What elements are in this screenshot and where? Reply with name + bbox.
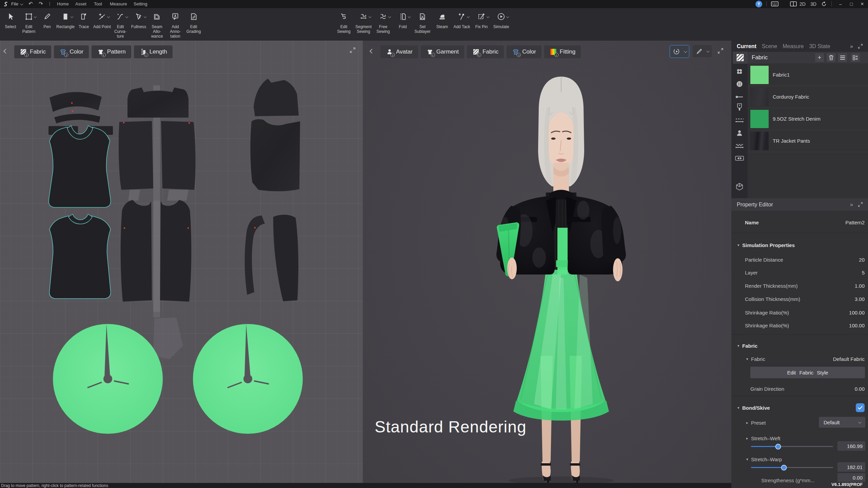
more-menu-button[interactable]: ⋮	[47, 1, 52, 6]
fabric-preset-value[interactable]: Default Fabric	[833, 356, 865, 362]
edit-fabric-style-button[interactable]: Edit Fabric Style	[750, 367, 865, 378]
tab-2d-length[interactable]: Length	[134, 45, 173, 58]
pin-icon[interactable]	[735, 94, 744, 100]
pattern-pieces-canvas[interactable]	[0, 41, 363, 483]
fabric-list-item[interactable]: Fabric1	[748, 64, 868, 86]
view-rotate-mode-button[interactable]	[670, 45, 689, 58]
trim-clover-icon[interactable]	[736, 68, 743, 77]
tab-scene[interactable]: Scene	[762, 43, 777, 49]
expand-panel-icon[interactable]	[857, 43, 863, 50]
expand-editor-icon[interactable]	[857, 202, 863, 209]
fabric-list-item[interactable]: Corduroy Fabric	[748, 86, 868, 108]
tab-2d-pattern[interactable]: Pattern	[92, 45, 131, 58]
pattern-piece-jacket-front-left[interactable]	[121, 200, 152, 302]
tab-3d-fabric[interactable]: Fabric	[467, 45, 504, 58]
view-2d-button[interactable]: 2D	[800, 1, 806, 7]
keyboard-shortcuts-icon[interactable]	[771, 1, 778, 7]
collapse-editor-icon[interactable]: »	[850, 202, 853, 208]
detail-view-button[interactable]	[851, 53, 860, 62]
tab-measure[interactable]: Measure	[783, 43, 804, 49]
bond-skive-section-toggle[interactable]: ▾ Bond/Skive	[731, 403, 868, 413]
shrinkage-warp-value[interactable]: 100.00	[849, 323, 865, 328]
pattern-piece-circle-skirt-2[interactable]	[193, 324, 303, 434]
expand-3d-panel-icon[interactable]	[717, 47, 724, 56]
tool-fold[interactable]: Fold	[393, 10, 413, 34]
menu-tool[interactable]: Tool	[89, 1, 107, 6]
tool-pen[interactable]: Pen	[38, 10, 56, 39]
stretch-warp-slider-knob[interactable]	[781, 465, 787, 470]
tool-steam[interactable]: Steam	[432, 10, 452, 34]
pattern-2d-viewport[interactable]: Fabric Color Pattern	[0, 41, 363, 483]
name-value[interactable]: Pattern2	[845, 220, 865, 225]
tool-set-sublayer[interactable]: Set Sublayer	[413, 10, 432, 34]
redo-button[interactable]: ↷	[39, 1, 43, 7]
tab-2d-color[interactable]: Color	[54, 45, 89, 58]
tool-trace[interactable]: Trace	[75, 10, 93, 39]
expand-2d-panel-icon[interactable]	[349, 47, 356, 55]
fabric-sub-row[interactable]: ▾ Fabric Default Fabric	[731, 354, 868, 364]
stretch-weft-slider[interactable]	[751, 446, 833, 447]
grain-direction-value[interactable]: 0.00	[855, 386, 865, 392]
stretch-weft-value[interactable]: 160.99	[837, 441, 865, 451]
pattern-piece-jacket-back-left[interactable]	[119, 121, 153, 190]
cube-3d-icon[interactable]	[735, 183, 744, 192]
menu-asset[interactable]: Asset	[71, 1, 91, 6]
tool-edit-sewing[interactable]: Edit Sewing	[334, 10, 354, 34]
tab-3d-garment[interactable]: Garment	[421, 45, 464, 58]
tab-3d-color[interactable]: Color	[507, 45, 541, 58]
tool-free-sewing[interactable]: Free Sewing	[373, 10, 393, 34]
stretch-warp-slider[interactable]	[751, 467, 833, 468]
tool-rectangle[interactable]: Rectangle	[56, 10, 75, 39]
add-fabric-button[interactable]: +	[815, 53, 824, 62]
topstitch-icon[interactable]	[735, 118, 744, 124]
tool-edit-curvature[interactable]: Edit Curva- ture	[111, 10, 130, 39]
user-avatar[interactable]: Y	[755, 1, 762, 7]
pattern-piece-facing-right[interactable]	[273, 215, 298, 301]
tool-edit-grading[interactable]: Edit Grading	[184, 10, 203, 39]
viewport-3d[interactable]: Avatar Garment Fabric	[363, 41, 731, 483]
pattern-piece-jacket-front-right[interactable]	[160, 200, 191, 302]
particle-distance-value[interactable]: 20	[859, 257, 865, 263]
brush-mode-button[interactable]	[693, 45, 712, 57]
pattern-piece-jacket-back-right[interactable]	[161, 121, 196, 190]
button-icon[interactable]	[736, 80, 743, 89]
tool-add-point[interactable]: Add Point	[93, 10, 111, 39]
fabric-section-toggle[interactable]: ▾ Fabric	[731, 341, 868, 351]
reset-view-icon[interactable]	[821, 1, 827, 8]
avatar-3d-render[interactable]	[363, 41, 731, 483]
pattern-piece-tank-back[interactable]	[50, 216, 111, 299]
layer-value[interactable]: 5	[862, 270, 865, 276]
fabric-list-item[interactable]: TR Jacket Pants	[748, 130, 868, 152]
shrinkage-weft-value[interactable]: 100.00	[849, 310, 865, 316]
skive-icon[interactable]	[735, 156, 744, 162]
stretch-warp-value[interactable]: 182.01	[837, 462, 865, 472]
tool-add-tack[interactable]: Add Tack	[452, 10, 472, 34]
tool-simulate[interactable]: Simulate	[491, 10, 511, 34]
preset-dropdown[interactable]: Default	[819, 417, 865, 428]
fabric-list-item[interactable]: 9.5OZ Stretch Denim	[748, 108, 868, 130]
collapse-panel-icon[interactable]: »	[850, 43, 853, 49]
collision-thickness-value[interactable]: 3.00	[855, 296, 865, 302]
tab-3d-state[interactable]: 3D State	[809, 43, 830, 49]
strengtheness-value[interactable]: 0.00	[837, 473, 865, 482]
undo-button[interactable]: ↶	[28, 1, 33, 7]
split-view-icon[interactable]	[790, 1, 797, 7]
pattern-piece-collar-band-thin[interactable]	[54, 114, 100, 123]
strip-fabric-selected[interactable]	[733, 52, 748, 64]
tool-fix-pin[interactable]: Fix Pin	[472, 10, 491, 34]
render-thickness-value[interactable]: 1.00	[855, 283, 865, 289]
close-button[interactable]: ×	[856, 0, 868, 8]
file-menu[interactable]: File	[11, 1, 22, 6]
pattern-piece-collar-band[interactable]	[50, 92, 102, 112]
stretch-weft-slider-knob[interactable]	[775, 444, 781, 449]
view-3d-button[interactable]: 3D	[810, 1, 816, 7]
delete-fabric-button[interactable]	[827, 53, 835, 62]
pattern-piece-jacket-yoke[interactable]	[127, 87, 189, 118]
list-view-button[interactable]	[838, 53, 847, 62]
tool-add-annotation[interactable]: Add Anno- tation	[166, 10, 184, 39]
tool-segment-sewing[interactable]: Segment Sewing	[354, 10, 373, 34]
menu-measure[interactable]: Measure	[105, 1, 132, 6]
tool-seam-allowance[interactable]: Seam Allo- wance	[148, 10, 166, 39]
simulation-section-header[interactable]: ▾ Simulation Properties	[731, 240, 868, 250]
tool-select[interactable]: Select	[1, 10, 20, 39]
